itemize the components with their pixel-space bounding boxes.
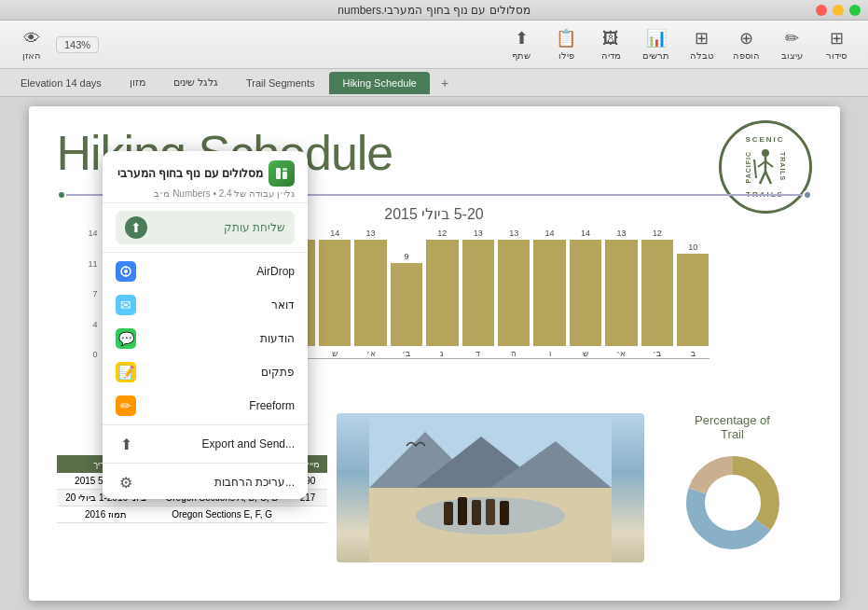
bar-column: 10ב bbox=[677, 229, 709, 358]
invite-label: שליחת עותק bbox=[224, 221, 285, 234]
toolbar-filter-btn[interactable]: 📋 פילו bbox=[545, 24, 586, 64]
share-icon: ⬆ bbox=[511, 28, 531, 49]
insert-icon: ⊕ bbox=[737, 28, 757, 49]
invite-icon: ⬆ bbox=[125, 216, 147, 239]
popup-divider-1 bbox=[103, 252, 308, 253]
badge-left: PACIFIC bbox=[745, 151, 751, 183]
share-label: שתף bbox=[512, 50, 530, 61]
table-row: 2016 תמוזOregon Sections E, F, G bbox=[57, 506, 327, 523]
popup-item-notes[interactable]: פתקים 📝 bbox=[103, 355, 308, 389]
tab-segments[interactable]: Trail Segments bbox=[233, 72, 328, 94]
share-popup: מסלולים עם נוף בחוף המערבי גלי׳ן עבודה ש… bbox=[103, 151, 308, 499]
media-label: מדיה bbox=[601, 50, 621, 61]
toolbar-share-btn[interactable]: ⬆ שתף bbox=[501, 24, 542, 64]
numbers-app-icon bbox=[269, 160, 295, 187]
tab-food[interactable]: מזון bbox=[117, 72, 158, 94]
sort-label: סידור bbox=[826, 50, 847, 61]
svg-rect-13 bbox=[444, 502, 453, 525]
bar bbox=[641, 240, 673, 346]
bar bbox=[570, 240, 601, 346]
bar bbox=[426, 240, 458, 346]
format-label: עיצוב bbox=[781, 50, 803, 61]
bar-column: 13ה bbox=[498, 229, 530, 358]
bar-value-label: 13 bbox=[509, 229, 518, 238]
timeline-dot-start bbox=[57, 190, 66, 200]
tab-hiking-schedule[interactable]: Hiking Schedule bbox=[329, 72, 430, 94]
bar-x-label: ד bbox=[475, 349, 480, 358]
popup-item-freeform[interactable]: Freeform ✏ bbox=[103, 389, 308, 423]
donut-title: Percentage ofTrail bbox=[695, 413, 770, 441]
tab-gear[interactable]: גלגל שינים bbox=[160, 72, 231, 94]
timeline-dot-end bbox=[803, 190, 812, 200]
invite-button[interactable]: שליחת עותק ⬆ bbox=[116, 211, 295, 244]
bar-column: 14ש bbox=[319, 229, 351, 358]
bar bbox=[462, 240, 494, 346]
bar-column: 12ג bbox=[426, 229, 458, 358]
table-icon: ⊞ bbox=[691, 28, 711, 49]
table-label: טבלה bbox=[690, 50, 713, 61]
bar-value-label: 14 bbox=[545, 229, 555, 238]
close-button[interactable] bbox=[816, 5, 827, 16]
bar bbox=[677, 254, 709, 346]
tab-add-button[interactable]: + bbox=[435, 74, 454, 92]
format-icon: ✏ bbox=[781, 28, 802, 49]
toolbar-sort-btn[interactable]: ⊞ סידור bbox=[816, 24, 857, 64]
freeform-label: Freeform bbox=[145, 399, 295, 412]
bar-x-label: ב׳ bbox=[653, 349, 661, 358]
toolbar: ⊞ סידור ✏ עיצוב ⊕ הוספה ⊞ טבלה 📊 תרשים 🖼… bbox=[0, 21, 868, 69]
zoom-display[interactable]: 143% bbox=[56, 36, 99, 53]
minimize-button[interactable] bbox=[833, 5, 844, 16]
badge-top: SCENIC bbox=[745, 135, 784, 144]
bar-column: 14ו bbox=[533, 229, 565, 358]
airdrop-label: AirDrop bbox=[145, 265, 295, 278]
traffic-lights[interactable] bbox=[816, 5, 861, 16]
bar-x-label: ב׳ bbox=[402, 349, 410, 358]
toolbar-chart-btn[interactable]: 📊 תרשים bbox=[635, 24, 677, 64]
svg-line-5 bbox=[765, 172, 771, 184]
hiker-icon bbox=[749, 148, 782, 186]
popup-item-settings[interactable]: ...עריכת הרחבות ⚙ bbox=[103, 465, 308, 499]
settings-label: ...עריכת הרחבות bbox=[145, 476, 295, 489]
svg-point-0 bbox=[762, 149, 769, 157]
bar bbox=[498, 240, 530, 346]
toolbar-format-btn[interactable]: ✏ עיצוב bbox=[771, 24, 812, 64]
bar bbox=[319, 240, 351, 346]
bar-value-label: 9 bbox=[404, 252, 408, 261]
y-label-11: 11 bbox=[88, 259, 97, 269]
popup-item-mail[interactable]: דואר ✉ bbox=[103, 288, 308, 322]
bar-value-label: 13 bbox=[474, 229, 483, 238]
toolbar-table-btn[interactable]: ⊞ טבלה bbox=[681, 24, 722, 64]
bar-x-label: ב bbox=[691, 349, 696, 358]
maximize-button[interactable] bbox=[849, 5, 861, 16]
bar-x-label: א׳ bbox=[616, 349, 626, 358]
view-label: האזן bbox=[22, 50, 41, 61]
bar-column: 9ב׳ bbox=[391, 229, 422, 358]
toolbar-insert-btn[interactable]: ⊕ הוספה bbox=[725, 24, 767, 64]
popup-item-airdrop[interactable]: AirDrop bbox=[103, 255, 308, 288]
bar-value-label: 12 bbox=[437, 229, 447, 238]
export-label: ...Export and Send bbox=[145, 437, 295, 451]
tab-elevation[interactable]: Elevation 14 days bbox=[7, 72, 115, 94]
popup-item-messages[interactable]: הודעות 💬 bbox=[103, 322, 308, 355]
chart-icon: 📊 bbox=[646, 28, 667, 49]
bar-value-label: 13 bbox=[616, 229, 626, 238]
bar-value-label: 14 bbox=[581, 229, 590, 238]
popup-item-export[interactable]: ...Export and Send ⬆ bbox=[103, 427, 308, 461]
notes-icon: 📝 bbox=[116, 362, 136, 382]
toolbar-view-btn[interactable]: 👁 האזן bbox=[11, 24, 52, 64]
bar-value-label: 13 bbox=[366, 229, 376, 238]
messages-label: הודעות bbox=[145, 332, 295, 345]
airdrop-icon bbox=[116, 261, 136, 282]
popup-header-sub: גלי׳ן עבודה של Numbers • 2.4 מ׳ב bbox=[116, 188, 295, 199]
donut-svg bbox=[677, 447, 789, 559]
photo-svg bbox=[337, 413, 644, 562]
bar-x-label: ג bbox=[440, 349, 444, 358]
bar-value-label: 12 bbox=[653, 229, 662, 238]
filter-icon: 📋 bbox=[556, 28, 576, 49]
main-content: Hiking Schedule SCENIC PACIFIC bbox=[0, 97, 868, 610]
popup-title-text: מסלולים עם נוף בחוף המערבי bbox=[117, 167, 263, 180]
y-label-4: 4 bbox=[92, 320, 97, 329]
svg-rect-22 bbox=[282, 172, 287, 179]
bar bbox=[533, 240, 565, 346]
toolbar-media-btn[interactable]: 🖼 מדיה bbox=[590, 24, 631, 64]
